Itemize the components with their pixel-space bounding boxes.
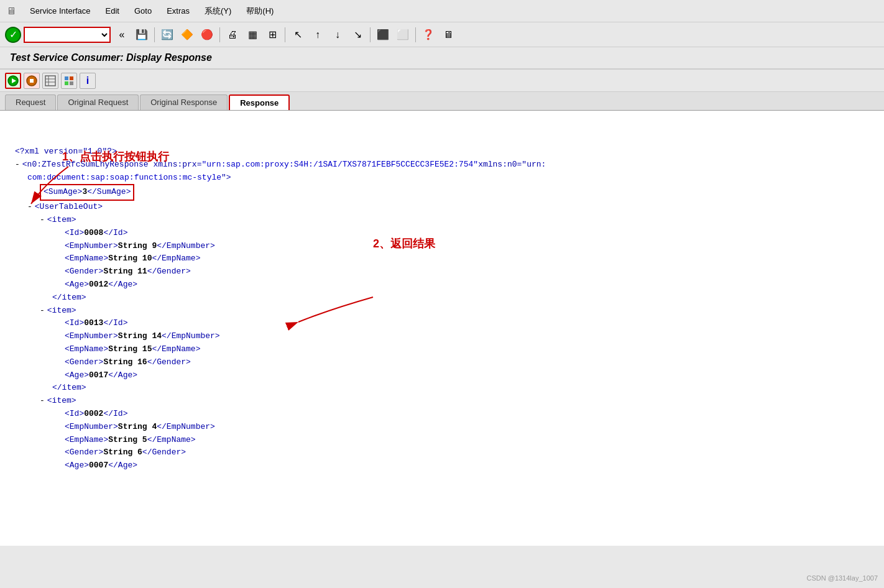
menu-goto[interactable]: Goto bbox=[132, 5, 154, 17]
print-button[interactable]: 🖨 bbox=[224, 26, 241, 44]
refresh-button[interactable]: 🔄 bbox=[159, 26, 176, 44]
separator-4 bbox=[370, 27, 371, 42]
xml-item1-empnumber: <EmpNumber>String 9</EmpNumber> bbox=[15, 240, 869, 253]
app-icon: 🖥 bbox=[5, 5, 17, 17]
svg-rect-4 bbox=[45, 76, 55, 86]
tab-original-response[interactable]: Original Response bbox=[140, 94, 228, 110]
svg-rect-9 bbox=[70, 76, 73, 80]
data-button[interactable] bbox=[61, 73, 77, 89]
xml-item1-id: <Id>0008</Id> bbox=[15, 227, 869, 240]
svg-rect-10 bbox=[65, 81, 68, 85]
separator-3 bbox=[285, 27, 285, 42]
tab-response[interactable]: Response bbox=[229, 94, 290, 110]
inner-toolbar: i bbox=[0, 70, 884, 92]
stop-inner-button[interactable] bbox=[24, 73, 40, 89]
nav2-button[interactable]: ↑ bbox=[309, 26, 326, 44]
info-button[interactable]: i bbox=[80, 73, 96, 89]
xml-item3-empnumber: <EmpNumber>String 4</EmpNumber> bbox=[15, 421, 869, 434]
xml-line-sumage: <SumAge>3</SumAge> bbox=[15, 184, 869, 201]
menu-edit[interactable]: Edit bbox=[103, 5, 122, 17]
annotation-1: 1、点击执行按钮执行 bbox=[62, 148, 169, 166]
layout2-button[interactable]: ⬜ bbox=[394, 26, 412, 44]
table-button[interactable] bbox=[42, 73, 58, 89]
separator-2 bbox=[219, 27, 220, 42]
nav-back-button[interactable]: « bbox=[113, 26, 131, 44]
separator-1 bbox=[154, 27, 155, 42]
xml-item3-empname: <EmpName>String 5</EmpName> bbox=[15, 434, 869, 447]
xml-item1-close: </item> bbox=[15, 292, 869, 305]
button-red[interactable]: 🔴 bbox=[198, 26, 216, 44]
layout1-button[interactable]: ⬛ bbox=[374, 26, 392, 44]
menu-service-interface[interactable]: Service Interface bbox=[27, 5, 93, 17]
tabs-container: Request Original Request Original Respon… bbox=[0, 92, 884, 111]
xml-item2-open: - <item> bbox=[15, 305, 869, 318]
xml-item2-empnumber: <EmpNumber>String 14</EmpNumber> bbox=[15, 330, 869, 343]
xml-content-area: 1、点击执行按钮执行 <?xml version="1.0"?> - <n0:Z… bbox=[0, 111, 884, 546]
xml-display: <?xml version="1.0"?> - <n0:ZTestRfcSumL… bbox=[15, 145, 869, 472]
menu-system[interactable]: 系统(Y) bbox=[202, 4, 234, 18]
xml-item1-open: - <item> bbox=[15, 214, 869, 227]
svg-rect-11 bbox=[70, 81, 73, 85]
menu-help[interactable]: 帮助(H) bbox=[244, 4, 276, 18]
page-title: Test Service Consumer: Display Response bbox=[0, 47, 884, 70]
button-orange[interactable]: 🔶 bbox=[178, 26, 196, 44]
xml-line-3: com:document:sap:soap:functions:mc-style… bbox=[15, 172, 869, 185]
xml-item3-open: - <item> bbox=[15, 395, 869, 408]
xml-item3-id: <Id>0002</Id> bbox=[15, 408, 869, 421]
xml-item1-empname: <EmpName>String 10</EmpName> bbox=[15, 252, 869, 265]
menu-bar: 🖥 Service Interface Edit Goto Extras 系统(… bbox=[0, 0, 884, 22]
xml-item2-gender: <Gender>String 16</Gender> bbox=[15, 356, 869, 369]
watermark: CSDN @1314lay_1007 bbox=[806, 574, 878, 582]
grid2-button[interactable]: ⊞ bbox=[264, 26, 281, 44]
tab-original-request[interactable]: Original Request bbox=[57, 94, 139, 110]
xml-item1-age: <Age>0012</Age> bbox=[15, 278, 869, 292]
sumage-highlight: <SumAge>3</SumAge> bbox=[40, 184, 134, 201]
annotation-2: 2、返回结果 bbox=[373, 235, 435, 253]
xml-item3-gender: <Gender>String 6</Gender> bbox=[15, 446, 869, 459]
toolbar: ✓ « 💾 🔄 🔶 🔴 🖨 ▦ ⊞ ↖ ↑ ↓ ↘ ⬛ ⬜ ❓ 🖥 bbox=[0, 22, 884, 47]
toolbar-dropdown[interactable] bbox=[24, 27, 111, 43]
monitor-button[interactable]: 🖥 bbox=[440, 26, 457, 44]
execute-button[interactable]: ✓ bbox=[5, 27, 21, 43]
grid-button[interactable]: ▦ bbox=[244, 26, 261, 44]
xml-item2-empname: <EmpName>String 15</EmpName> bbox=[15, 343, 869, 356]
svg-rect-8 bbox=[65, 76, 68, 80]
separator-5 bbox=[415, 27, 416, 42]
xml-item3-age: <Age>0007</Age> bbox=[15, 459, 869, 472]
svg-rect-3 bbox=[30, 79, 34, 83]
execute-inner-button[interactable] bbox=[5, 73, 21, 89]
nav1-button[interactable]: ↖ bbox=[289, 26, 306, 44]
xml-item2-age: <Age>0017</Age> bbox=[15, 369, 869, 382]
tab-request[interactable]: Request bbox=[5, 94, 56, 110]
xml-item2-id: <Id>0013</Id> bbox=[15, 317, 869, 330]
main-content: Test Service Consumer: Display Response bbox=[0, 47, 884, 546]
nav4-button[interactable]: ↘ bbox=[349, 26, 366, 44]
save-button[interactable]: 💾 bbox=[133, 26, 150, 44]
xml-item1-gender: <Gender>String 11</Gender> bbox=[15, 265, 869, 278]
menu-extras[interactable]: Extras bbox=[164, 5, 192, 17]
help-button[interactable]: ❓ bbox=[420, 26, 437, 44]
nav3-button[interactable]: ↓ bbox=[329, 26, 346, 44]
xml-line-usertableout: - <UserTableOut> bbox=[15, 201, 869, 214]
xml-item2-close: </item> bbox=[15, 382, 869, 395]
